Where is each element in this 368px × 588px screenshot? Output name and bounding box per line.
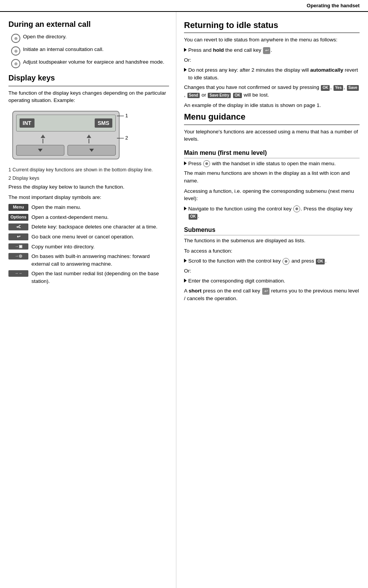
bullet-triangle-3 [184, 161, 187, 165]
bullet-triangle-6 [184, 279, 187, 283]
send-badge: Send [187, 93, 200, 99]
symbol-text-menu: Open the main menu. [31, 204, 81, 211]
nav-icon-3: ⊕ [8, 58, 23, 69]
back-badge: ↩ [8, 233, 28, 240]
ok-badge-3: OK [189, 214, 197, 220]
backspace-badge: ◄C [8, 223, 28, 230]
symbol-row-forward: →◎ On bases with built-in answering mach… [8, 253, 169, 268]
left-column: During an external call ⊕ Open the direc… [0, 12, 176, 588]
diagram-label-2: 2 [117, 135, 128, 142]
end-call-icon-1: ↩ [263, 47, 270, 54]
bullet-triangle-1 [184, 48, 187, 52]
header-title: Operating the handset [307, 2, 360, 10]
display-keys-title: Display keys [8, 72, 169, 84]
during-call-title: During an external call [8, 19, 169, 30]
btn-triangle-2 [89, 149, 94, 152]
menu-badge: Menu [8, 204, 28, 211]
ok-badge-2: OK [233, 93, 242, 99]
during-call-text-3: Adjust loudspeaker volume for earpiece a… [23, 58, 169, 66]
submenus-bullet-1-text: Scroll to the function with the control … [188, 257, 360, 265]
main-menu-desc2: Accessing a function, i.e. opening the c… [184, 187, 360, 202]
forward-badge: →◎ [8, 253, 28, 260]
menu-guidance-section: Menu guidance Your telephone's functions… [184, 112, 360, 302]
phone-display-body: INT SMS [12, 111, 120, 159]
display-keys-desc: The function of the display keys changes… [8, 89, 169, 104]
during-call-text-1: Open the directory. [23, 33, 169, 41]
main-menu-bullet-1-text: Press ⊕ with the handset in idle status … [188, 160, 360, 168]
during-call-item-1: ⊕ Open the directory. [8, 33, 169, 43]
returning-bullet-2-text: Do not press any key: after 2 minutes th… [188, 66, 360, 81]
footnote-1: 1 Current display key functions are show… [8, 166, 169, 173]
ok-badge-4: OK [316, 259, 325, 264]
svg-text:⊕: ⊕ [14, 36, 18, 41]
main-menu-bullet-2: Navigate to the function using the contr… [184, 205, 360, 220]
submenus-title: Submenus [184, 225, 360, 235]
returning-or-1: Or: [184, 56, 360, 64]
submenus-desc2: To access a function: [184, 247, 360, 255]
symbol-row-menu: Menu Open the main menu. [8, 204, 169, 211]
returning-section: Returning to idle status You can revert … [184, 20, 360, 109]
main-menu-bullet-2-text: Navigate to the function using the contr… [188, 205, 360, 220]
copy-badge: →▣ [8, 243, 28, 250]
during-call-item-3: ⊕ Adjust loudspeaker volume for earpiece… [8, 58, 169, 69]
symbol-text-backspace: Delete key: backspace deletes one charac… [31, 223, 158, 231]
sms-label: SMS [95, 118, 112, 128]
symbol-text-forward: On bases with built-in answering machine… [31, 253, 169, 268]
menu-guidance-desc: Your telephone's functions are accessed … [184, 128, 360, 143]
symbol-text-options: Open a context-dependent menu. [31, 214, 108, 221]
main-menu-bullet-1: Press ⊕ with the handset in idle status … [184, 160, 360, 168]
ctrl-key-icon-3: ⊕ [283, 258, 289, 265]
main-menu-desc1: The main menu functions are shown in the… [184, 169, 360, 184]
during-call-text-2: Initiate an internal consultation call. [23, 46, 169, 53]
redial-badge: →→ [8, 270, 28, 277]
returning-separator [184, 33, 360, 33]
returning-intro: You can revert to idle status from anywh… [184, 36, 360, 44]
display-keys-section: Display keys The function of the display… [8, 72, 169, 285]
diagram-label-1: 1 [117, 112, 128, 120]
phone-screen: INT SMS [16, 115, 116, 131]
footnote-2: 2 Display keys [8, 175, 169, 182]
nav-icon-1: ⊕ [8, 33, 23, 43]
end-call-icon-2: ↩ [262, 288, 269, 295]
bullet-triangle-4 [184, 207, 187, 210]
bullet-triangle-5 [184, 259, 187, 263]
submenus-desc1: The functions in the submenus are displa… [184, 237, 360, 245]
phone-diagram: INT SMS [8, 107, 120, 163]
main-menu-title: Main menu (first menu level) [184, 148, 360, 158]
during-call-item-2: ⊕ Initiate an internal consultation call… [8, 46, 169, 56]
symbol-row-backspace: ◄C Delete key: backspace deletes one cha… [8, 223, 169, 231]
symbol-row-back: ↩ Go back one menu level or cancel opera… [8, 233, 169, 241]
yes-badge: Yes [334, 85, 343, 91]
during-call-section: During an external call ⊕ Open the direc… [8, 19, 169, 69]
ok-badge-1: OK [321, 85, 330, 91]
returning-bullet-1: Press and hold the end call key ↩. [184, 46, 360, 54]
save-entry-badge: Save Entry [208, 93, 231, 99]
nav-icon-2: ⊕ [8, 46, 23, 56]
menu-guidance-title: Menu guidance [184, 112, 360, 122]
submenus-bullet-2-text: Enter the corresponding digit combinatio… [188, 277, 360, 285]
ctrl-key-icon-1: ⊕ [203, 160, 210, 167]
submenus-bullet-2: Enter the corresponding digit combinatio… [184, 277, 360, 285]
symbols-title: The most important display symbols are: [8, 194, 169, 201]
symbol-row-redial: →→ Open the last number redial list (dep… [8, 270, 169, 285]
svg-text:⊕: ⊕ [14, 49, 18, 53]
menu-guidance-separator [184, 125, 360, 125]
svg-text:⊕: ⊕ [14, 61, 18, 66]
returning-example: An example of the display in idle status… [184, 102, 360, 109]
symbols-table: Menu Open the main menu. Options Open a … [8, 204, 169, 285]
press-text: Press the display key below to launch th… [8, 183, 169, 191]
int-label: INT [20, 118, 34, 128]
returning-title: Returning to idle status [184, 20, 360, 30]
display-keys-separator [8, 86, 169, 86]
symbol-text-copy: Copy number into directory. [31, 243, 95, 251]
options-badge: Options [8, 214, 28, 221]
returning-changes: Changes that you have not confirmed or s… [184, 84, 360, 99]
returning-bullet-2: Do not press any key: after 2 minutes th… [184, 66, 360, 81]
save-badge: Save [347, 85, 359, 91]
display-buttons [16, 145, 116, 156]
symbol-text-back: Go back one menu level or cancel operati… [31, 233, 134, 241]
symbol-row-options: Options Open a context-dependent menu. [8, 214, 169, 221]
display-btn-1 [16, 145, 64, 156]
ctrl-key-icon-2: ⊕ [293, 205, 300, 212]
submenus-bullet-1: Scroll to the function with the control … [184, 257, 360, 265]
